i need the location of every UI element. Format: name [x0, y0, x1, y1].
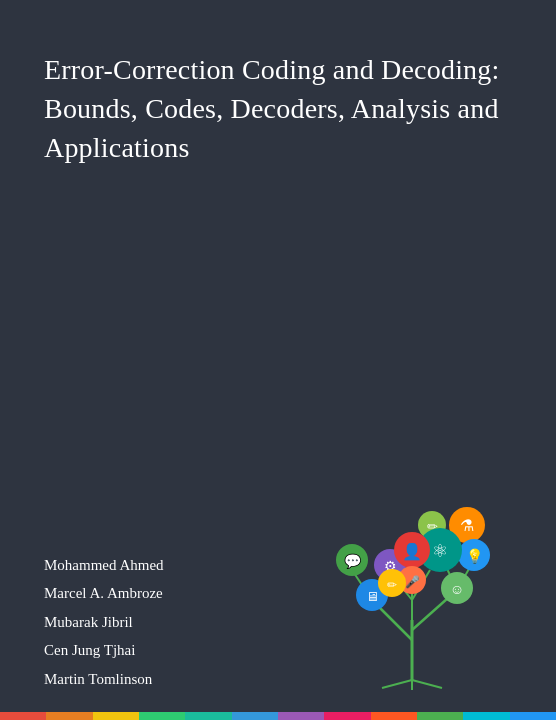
svg-text:💡: 💡	[466, 548, 484, 565]
svg-text:💬: 💬	[344, 553, 362, 570]
bottom-lines	[0, 712, 556, 720]
line-teal	[185, 712, 231, 720]
authors-section: Mohammed AhmedMarcel A. AmbrozeMubarak J…	[44, 554, 164, 691]
svg-text:⚗: ⚗	[460, 517, 474, 534]
line-deep-orange	[371, 712, 417, 720]
line-blue	[232, 712, 278, 720]
svg-text:👤: 👤	[402, 542, 422, 561]
svg-line-13	[382, 680, 412, 688]
author-name: Cen Jung Tjhai	[44, 639, 164, 662]
svg-text:✏: ✏	[387, 578, 397, 592]
author-name: Mohammed Ahmed	[44, 554, 164, 577]
bottom-section: Mohammed AhmedMarcel A. AmbrozeMubarak J…	[44, 470, 512, 720]
line-purple	[278, 712, 324, 720]
line-orange	[46, 712, 92, 720]
title-section: Error-Correction Coding and Decoding: Bo…	[44, 50, 512, 470]
tree-illustration: ⚗ ✏ 💡 ⚛ ⚙ 👤 💬	[312, 470, 512, 690]
svg-text:⚛: ⚛	[432, 541, 448, 561]
book-cover: Error-Correction Coding and Decoding: Bo…	[0, 0, 556, 720]
line-material-blue	[510, 712, 556, 720]
author-name: Martin Tomlinson	[44, 668, 164, 691]
author-name: Marcel A. Ambroze	[44, 582, 164, 605]
book-title: Error-Correction Coding and Decoding: Bo…	[44, 50, 512, 168]
line-cyan	[463, 712, 509, 720]
svg-text:🖥: 🖥	[366, 589, 379, 604]
author-name: Mubarak Jibril	[44, 611, 164, 634]
svg-text:🎤: 🎤	[405, 574, 420, 589]
line-green	[139, 712, 185, 720]
svg-line-14	[412, 680, 442, 688]
line-yellow	[93, 712, 139, 720]
svg-text:☺: ☺	[450, 582, 464, 597]
line-red	[0, 712, 46, 720]
line-pink	[324, 712, 370, 720]
line-material-green	[417, 712, 463, 720]
